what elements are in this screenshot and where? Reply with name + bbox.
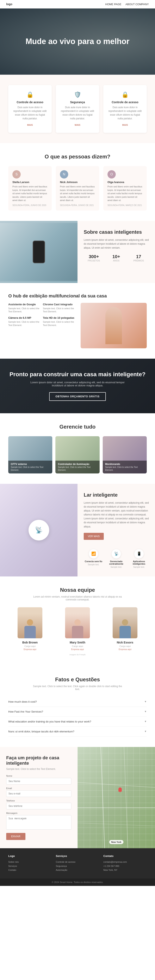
faq-question-3: Nunc ut ornit dolor, brisque iaculis dui… <box>8 730 74 733</box>
footer-col-title-1: Serviços <box>56 854 99 858</box>
faq-item-0[interactable]: How much does it cost? ▼ <box>8 697 147 707</box>
submit-button[interactable]: ENVIAR <box>6 833 25 840</box>
mary-figure <box>72 619 83 638</box>
about-title: Sobre casas inteligentes <box>84 229 149 235</box>
team-title-2: Cargo aqui <box>103 645 147 648</box>
bob-body <box>24 626 36 638</box>
contact-title: Faça um projeto de casa inteligente <box>6 755 71 766</box>
copyright-text: © 2024 Smart Home. Todos os direitos res… <box>52 881 103 883</box>
footer-col-0: Logo Sobre nós Serviços Contato <box>8 854 52 872</box>
footer-link-0-1[interactable]: Serviços <box>8 864 52 868</box>
stat-1: 10+ ANOS <box>106 254 126 262</box>
footer-link-1-0[interactable]: Controle de acesso <box>56 860 99 864</box>
hub-features: Assistente de Google Sample text. Click … <box>8 303 74 327</box>
svg-line-2 <box>101 747 105 848</box>
message-input[interactable] <box>6 815 71 830</box>
contact-subtitle: Sample text. Click to select the Text El… <box>6 768 71 770</box>
smart-device-icon: 📡 <box>28 520 49 541</box>
faq-item-3[interactable]: Nunc ut ornit dolor, brisque iaculis dui… <box>8 727 147 737</box>
faq-question-0: How much does it cost? <box>8 700 37 703</box>
faq-question-2: What education and/or training do you ha… <box>8 720 91 723</box>
hub-grid: Assistente de Google Sample text. Click … <box>8 303 147 348</box>
about-section: Sobre casas inteligentes Lorem ipsum dol… <box>0 221 155 283</box>
faq-subtitle: Sample text. Click to select the text. C… <box>31 685 124 690</box>
manage-card-0: CFTV externo Sample text. Click to selec… <box>8 436 52 474</box>
smart-icon-0: 📶 Conecta sem fio Sample text. <box>84 549 103 568</box>
footer-link-0-2[interactable]: Contato <box>8 868 52 872</box>
footer-col-title-0: Logo <box>8 854 52 858</box>
team-attribution: Imagem do Freepik <box>8 654 147 655</box>
hub-section: O hub de exibição multifuncional da sua … <box>0 283 155 359</box>
team-photo-bob <box>17 607 43 638</box>
faq-item-1[interactable]: How Fast Are Your Services? ▼ <box>8 707 147 717</box>
manage-title: Gerencie tudo <box>8 423 147 430</box>
footer-link-1-2[interactable]: Automação <box>56 868 99 872</box>
team-photo-nick <box>112 607 138 638</box>
feature-title-1: Segurança <box>60 100 95 104</box>
testimonial-date-2: SEGUNDA-FEIRA, MARÇO DE 2021 <box>108 204 142 207</box>
hub-feature-1: Chrome Cast integrado Sample text. Click… <box>43 303 74 313</box>
faq-item-2[interactable]: What education and/or training do you ha… <box>8 717 147 727</box>
name-field-group: Nome <box>6 775 71 784</box>
testimonial-date-1: SEGUNDA-FEIRA, JUNHO DE 2021 <box>60 204 95 207</box>
name-input[interactable] <box>6 778 71 784</box>
avatar-2: O <box>108 170 116 178</box>
nav-home[interactable]: HOME PAGE <box>105 3 121 6</box>
smart-icon-sub-0: Sample text. <box>84 563 103 566</box>
footer-link-0-0[interactable]: Sobre nós <box>8 860 52 864</box>
manage-card-1: Controlador de iluminação Sample text. C… <box>55 436 100 474</box>
smart-icon-1: 📡 Gerenciado centralmente Sample text. <box>106 549 126 568</box>
about-image <box>0 221 78 283</box>
team-company-0: Empresa aqui <box>8 648 52 651</box>
hub-feature-text-1: Sample text. Click to select the Text El… <box>43 307 74 313</box>
stat-0: 300+ PROJETOS <box>84 254 104 262</box>
footer-link-1-1[interactable]: Segurança <box>56 864 99 868</box>
svg-line-3 <box>124 747 128 848</box>
team-company-1: Empresa aqui <box>56 648 99 651</box>
message-field-group: Mensagem <box>6 812 71 830</box>
map-roads <box>78 747 155 848</box>
nav-about[interactable]: ABOUT COMPANY <box>125 3 149 6</box>
phone-input[interactable] <box>6 803 71 809</box>
testimonial-name-2: Olga Ivanova <box>108 181 142 184</box>
team-name-1: Mary Smith <box>56 641 99 644</box>
feature-card-1: 🛡️ Segurança Duis aute irure dolor in re… <box>56 85 99 133</box>
cta-button[interactable]: OBTENHA ORÇAMENTO GRÁTIS <box>49 392 106 401</box>
smart-icon-label-0: Conecta sem fio <box>84 560 103 563</box>
cta-text: Lorem ipsum dolor sit amet, consectetur … <box>26 381 129 387</box>
testimonial-date-0: SEGUNDA-FEIRA, JUNHO DE 2020 <box>13 204 47 207</box>
testimonial-1: N Nick Johnson Proin sed libero enim sed… <box>56 166 99 210</box>
team-name-2: Nick Essors <box>103 641 147 644</box>
feature-link-2[interactable]: MAIS <box>122 124 128 126</box>
footer: Logo Sobre nós Serviços Contato Serviços… <box>0 848 155 878</box>
feature-link-0[interactable]: MAIS <box>27 124 33 126</box>
contact-section: Faça um projeto de casa inteligente Samp… <box>0 747 155 848</box>
lock-icon-2: 🔒 <box>108 91 142 98</box>
email-input[interactable] <box>6 790 71 797</box>
hub-feature-0: Assistente de Google Sample text. Click … <box>8 303 40 313</box>
features-section: 🔒 Controle de acesso Duis aute irure dol… <box>0 75 155 143</box>
svg-line-4 <box>78 823 155 826</box>
smart-icons-grid: 📶 Conecta sem fio Sample text. 📡 Gerenci… <box>84 549 149 568</box>
feature-text-0: Duis aute irure dolor in reprehenderit i… <box>13 105 47 120</box>
nav-logo[interactable]: logo <box>6 3 13 6</box>
view-more-button[interactable]: VER MAIS <box>84 533 104 540</box>
testimonials-section: O que as pessoas dizem? S Stella Larson … <box>0 143 155 221</box>
features-grid: 🔒 Controle de acesso Duis aute irure dol… <box>8 85 147 133</box>
team-company-2: Empresa aqui <box>103 648 147 651</box>
manage-card-label-2: Monitorando Sample text. Click to select… <box>103 461 147 474</box>
feature-link-1[interactable]: MAIS <box>74 124 81 126</box>
email-label: Email <box>6 787 71 789</box>
smart-icon-label-1: Gerenciado centralmente <box>106 560 126 565</box>
testimonial-text-1: Proin sed libero enim sed faucibus turpi… <box>60 185 95 202</box>
hub-feature-2: Câmera de 6.5 MP Sample text. Click to s… <box>8 316 40 327</box>
smart-icon-2: 📱 Aplicativos inteligentes Sample text. <box>129 549 149 568</box>
lock-icon-0: 🔒 <box>13 91 47 98</box>
hub-image <box>81 303 147 348</box>
testimonial-name-1: Nick Johnson <box>60 181 95 184</box>
feature-title-2: Controle de acesso <box>108 100 142 104</box>
hub-title: O hub de exibição multifuncional da sua … <box>8 293 147 299</box>
stat-label-2: PRÊMIOS <box>128 259 149 262</box>
hub-feature-text-3: Sample text. Click to select the Text El… <box>43 320 74 327</box>
svg-line-1 <box>78 782 155 788</box>
